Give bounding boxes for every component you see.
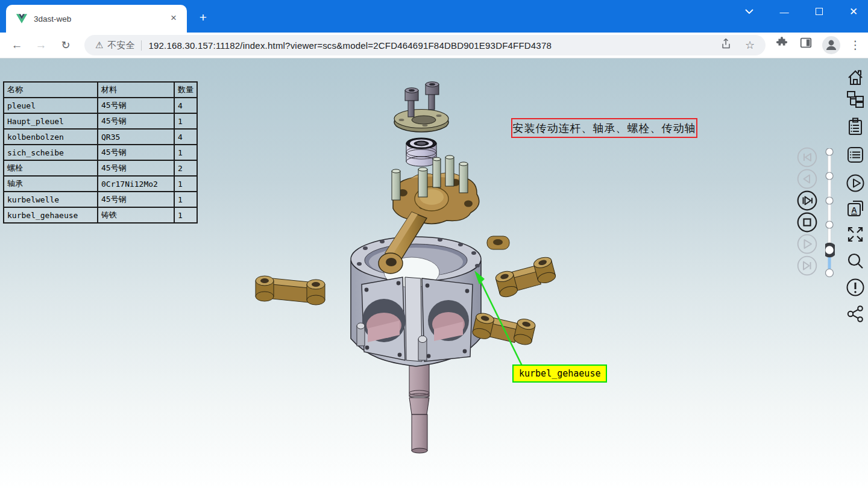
tab-search-chevron-icon[interactable] [740,5,758,19]
profile-avatar[interactable] [822,36,840,54]
bom-cell: 1 [174,207,197,223]
part-bearing[interactable] [406,138,436,166]
bom-header-cell: 名称 [4,82,98,98]
clipboard-steps-icon[interactable] [846,117,865,136]
new-tab-button[interactable]: + [195,10,211,26]
browser-titlebar: 3dast-web × + — ✕ [0,0,868,33]
auto-play-icon[interactable] [846,174,865,193]
part-screw-right[interactable] [426,82,439,110]
bom-cell: 螺栓 [4,160,98,176]
previous-step-button[interactable] [797,169,817,189]
tab-close-icon[interactable]: × [168,13,180,25]
table-row: 轴承0Cr17Ni12Mo21 [4,176,197,192]
browser-menu-kebab-icon[interactable]: ⋮ [846,36,864,54]
window-minimize-button[interactable]: — [775,5,793,19]
omnibox-divider [141,40,142,51]
browser-tab[interactable]: 3dast-web × [6,5,187,33]
side-panel-icon[interactable] [797,36,815,54]
bom-cell: QR35 [98,129,174,145]
skip-to-end-button[interactable] [797,255,817,276]
bom-cell: sich_scheibe [4,145,98,160]
zoom-search-icon[interactable] [846,252,865,271]
model-tree-icon[interactable] [846,90,865,109]
table-row: sich_scheibe45号钢1 [4,145,197,160]
bom-table: 名称 材料 数量 pleuel45号钢4 Haupt_pleuel45号钢1 k… [3,81,198,224]
step-slider[interactable] [825,148,835,277]
bom-cell: Haupt_pleuel [4,113,98,129]
part-kurbel-gehaeuse[interactable] [351,237,481,366]
bom-cell: 45号钢 [98,192,174,207]
bom-cell: 1 [174,145,197,160]
table-row: 螺栓45号钢2 [4,160,197,176]
bom-cell: 铸铁 [98,207,174,223]
step-annotation: 安装传动连杆、轴承、螺栓、传动轴 [511,118,697,138]
security-label[interactable]: 不安全 [107,40,134,51]
bom-header-cell: 材料 [98,82,174,98]
bom-cell: kolbenbolzen [4,129,98,145]
part-sich-scheibe[interactable] [394,110,448,133]
bookmark-star-icon[interactable]: ☆ [742,37,758,53]
annotation-text-icon[interactable]: A [846,199,865,218]
slider-thumb[interactable] [825,245,835,256]
share-icon[interactable] [846,304,865,324]
bom-cell: 45号钢 [98,160,174,176]
skip-to-start-button[interactable] [797,147,817,167]
reload-button[interactable]: ↻ [57,36,75,54]
info-warning-icon[interactable] [846,278,865,297]
bom-cell: kurbel_gehaeuse [4,207,98,223]
step-list-icon[interactable] [846,145,865,164]
window-maximize-button[interactable] [810,5,828,19]
back-button[interactable]: ← [8,36,26,54]
part-pleuel-left[interactable] [256,276,325,305]
table-row: kurbelwelle45号钢1 [4,192,197,207]
bom-cell: 4 [174,129,197,145]
forward-button[interactable]: → [32,36,50,54]
home-icon[interactable] [846,68,865,87]
extensions-puzzle-icon[interactable] [773,36,791,54]
table-row: kurbel_gehaeuse铸铁1 [4,207,197,223]
part-label-callout[interactable]: kurbel_gehaeuse [512,364,607,383]
bom-cell: 45号钢 [98,98,174,113]
share-page-icon[interactable] [719,37,734,53]
table-row: Haupt_pleuel45号钢1 [4,113,197,129]
part-kurbelwelle[interactable] [409,359,429,453]
part-pleuel-upper-right[interactable] [494,255,558,298]
security-warning-icon: ⚠ [95,40,103,51]
bom-header-row: 名称 材料 数量 [4,82,197,98]
table-row: kolbenbolzenQR354 [4,129,197,145]
bom-header-cell: 数量 [174,82,197,98]
bom-cell: 1 [174,176,197,192]
bom-cell: 45号钢 [98,145,174,160]
part-rod-eye-fragment[interactable] [487,236,509,249]
bom-cell: 0Cr17Ni12Mo2 [98,176,174,192]
bom-cell: 轴承 [4,176,98,192]
maximize-icon [816,8,823,15]
tab-title: 3dast-web [34,14,168,23]
table-row: pleuel45号钢4 [4,98,197,113]
window-close-button[interactable]: ✕ [844,5,863,19]
fullscreen-icon[interactable] [846,225,865,244]
play-button[interactable] [797,234,817,254]
bom-cell: 45号钢 [98,113,174,129]
play-step-button[interactable] [797,190,817,211]
svg-text:A: A [851,205,857,214]
bom-cell: 4 [174,98,197,113]
vue-logo-icon [16,13,28,24]
bom-cell: kurbelwelle [4,192,98,207]
bom-cell: 1 [174,192,197,207]
bom-cell: 2 [174,160,197,176]
url-text[interactable]: 192.168.30.157:11182/index.html?viewer=s… [148,40,552,51]
address-bar[interactable]: ⚠ 不安全 192.168.30.157:11182/index.html?vi… [84,35,766,55]
bom-cell: 1 [174,113,197,129]
bom-cell: pleuel [4,98,98,113]
stop-button[interactable] [797,212,817,233]
